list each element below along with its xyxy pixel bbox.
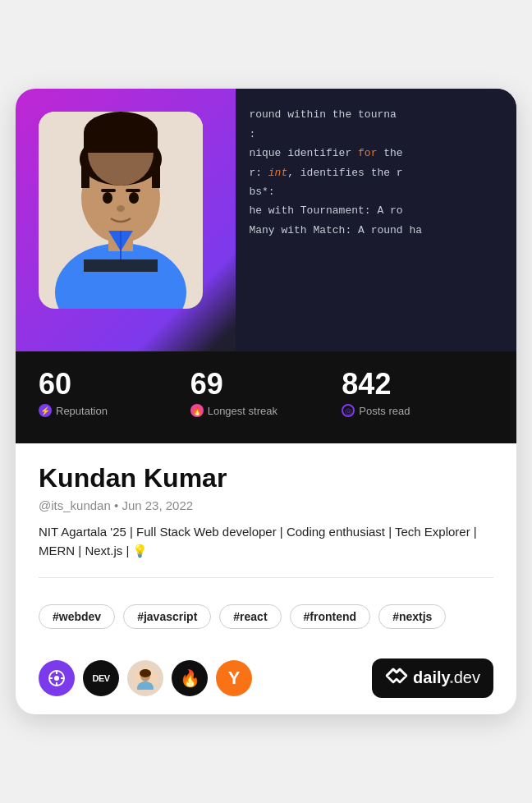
svg-point-23 [140,669,151,677]
brand-icon [385,667,408,690]
banner-code: round within the tourna : nique identifi… [236,89,516,351]
social-icons: DEV 🔥 Y [39,660,252,696]
profile-card: round within the tourna : nique identifi… [16,89,516,714]
brand-daily: daily [413,668,449,686]
tags-row: #webdev #javascript #react #frontend #ne… [39,604,493,629]
code-line-2: : [249,125,503,144]
streak-label: 🔥 Longest streak [190,404,342,417]
meta-separator: • [114,498,122,512]
reputation-value: 60 [39,368,190,401]
fire-label: 🔥 [180,668,200,688]
social-icon-fire[interactable]: 🔥 [172,660,208,696]
reputation-label: ⚡ Reputation [39,404,190,417]
code-line-5: bs*: [249,182,503,201]
svg-point-12 [117,205,125,212]
streak-icon: 🔥 [190,404,204,417]
join-date: Jun 23, 2022 [122,498,193,512]
tags-section: #webdev #javascript #react #frontend #ne… [16,604,516,645]
tag-nextjs[interactable]: #nextjs [378,604,446,629]
svg-rect-6 [81,159,89,188]
stat-streak: 69 🔥 Longest streak [190,368,342,417]
divider [39,577,493,578]
avatar [39,112,203,309]
svg-point-4 [81,153,160,243]
tag-frontend[interactable]: #frontend [290,604,371,629]
social-icon-dev[interactable]: DEV [83,660,119,696]
social-icon-y[interactable]: Y [216,660,252,696]
dev-label: DEV [92,673,109,683]
profile-bio: NIT Agartala '25 | Full Stack Web develo… [39,522,493,561]
svg-point-16 [54,676,59,681]
reputation-icon: ⚡ [39,404,52,417]
code-line-6: he with Tournament: A ro [249,201,503,220]
svg-rect-7 [152,159,160,188]
code-line-3: nique identifier for the [249,144,503,163]
posts-value: 842 [342,368,493,401]
stats-numbers: 60 ⚡ Reputation 69 🔥 Longest streak 842 … [39,368,493,417]
code-line-4: r: int, identifies the r [249,163,503,182]
brand-text: daily.dev [413,668,480,687]
stats-bar: 60 ⚡ Reputation 69 🔥 Longest streak 842 … [16,351,516,443]
posts-label: ◎ Posts read [342,404,493,417]
svg-point-5 [80,133,162,186]
profile-meta: @its_kundan • Jun 23, 2022 [39,498,493,512]
card-header: round within the tourna : nique identifi… [16,89,516,351]
posts-icon: ◎ [342,404,355,417]
stat-posts: 842 ◎ Posts read [342,368,493,417]
svg-rect-10 [101,189,116,192]
code-line-7: Many with Match: A round ha [249,221,503,240]
tag-react[interactable]: #react [219,604,281,629]
profile-name: Kundan Kumar [39,463,493,493]
social-icon-crosshair[interactable] [39,660,75,696]
social-icon-avatar[interactable] [127,660,163,696]
code-line-1: round within the tourna [249,105,503,124]
y-label: Y [228,668,241,689]
username: @its_kundan [39,498,111,512]
svg-point-8 [103,192,112,204]
svg-point-9 [129,192,139,204]
card-footer: DEV 🔥 Y [16,645,516,714]
tag-javascript[interactable]: #javascript [123,604,211,629]
stat-reputation: 60 ⚡ Reputation [39,368,190,417]
profile-info: Kundan Kumar @its_kundan • Jun 23, 2022 … [16,443,516,604]
avatar-svg [39,112,203,309]
brand-logo: daily.dev [372,658,493,698]
brand-dev: dev [454,668,480,686]
svg-rect-2 [84,259,158,272]
svg-rect-11 [126,189,140,192]
streak-value: 69 [190,368,342,401]
tag-webdev[interactable]: #webdev [39,604,115,629]
avatar-container [39,112,203,309]
